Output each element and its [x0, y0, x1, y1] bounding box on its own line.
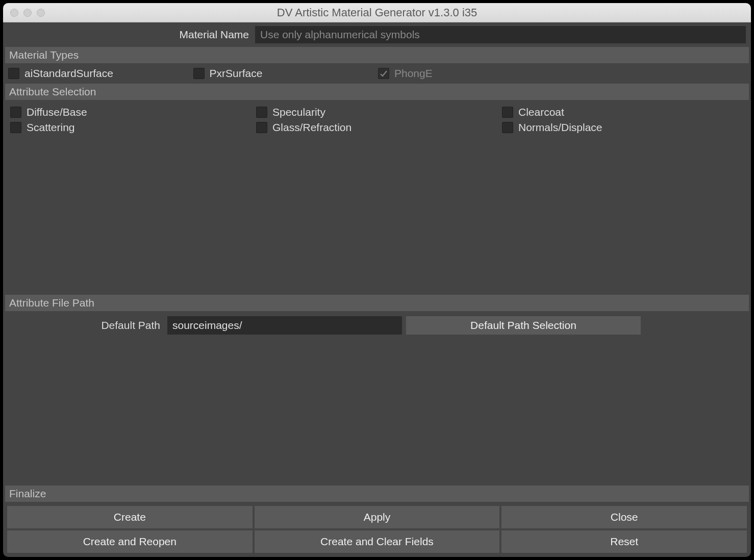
- app-window: DV Artistic Material Generator v1.3.0 i3…: [3, 3, 751, 557]
- spacer: [5, 340, 749, 483]
- material-name-input[interactable]: [255, 26, 746, 43]
- checkbox-box[interactable]: [502, 107, 513, 118]
- checkbox-normals-displace[interactable]: Normals/Displace: [502, 121, 744, 134]
- checkbox-box: [378, 68, 389, 79]
- material-types-row: aiStandardSurface PxrSurface PhongE: [5, 65, 749, 82]
- checkbox-clearcoat[interactable]: Clearcoat: [502, 106, 744, 118]
- section-attribute-selection: Attribute Selection: [5, 84, 749, 100]
- finalize-button-grid: Create Apply Close Create and Reopen Cre…: [5, 504, 749, 555]
- create-button[interactable]: Create: [7, 506, 253, 528]
- close-button[interactable]: Close: [501, 506, 747, 528]
- material-name-row: Material Name: [5, 24, 749, 45]
- default-path-row: Default Path Default Path Selection: [5, 313, 749, 338]
- checkbox-box[interactable]: [10, 107, 21, 118]
- checkbox-specularity[interactable]: Specularity: [256, 106, 498, 118]
- checkbox-diffuse-base[interactable]: Diffuse/Base: [10, 106, 252, 118]
- reset-button[interactable]: Reset: [501, 530, 747, 553]
- checkbox-label: Clearcoat: [518, 106, 564, 118]
- section-attribute-file-path: Attribute File Path: [5, 295, 749, 311]
- window-zoom-dot[interactable]: [37, 9, 45, 17]
- checkbox-box[interactable]: [502, 122, 513, 133]
- checkbox-scattering[interactable]: Scattering: [10, 121, 252, 134]
- checkbox-box[interactable]: [10, 122, 21, 133]
- titlebar: DV Artistic Material Generator v1.3.0 i3…: [3, 3, 751, 22]
- checkbox-label: PxrSurface: [210, 67, 263, 80]
- spacer: [5, 140, 749, 293]
- window-minimize-dot[interactable]: [23, 9, 32, 17]
- default-path-selection-button[interactable]: Default Path Selection: [406, 316, 641, 335]
- checkbox-box[interactable]: [256, 107, 267, 118]
- window-close-dot[interactable]: [10, 9, 18, 17]
- checkbox-label: Scattering: [27, 121, 75, 134]
- default-path-input[interactable]: [167, 316, 402, 335]
- checkbox-box[interactable]: [8, 68, 19, 79]
- checkbox-label: aiStandardSurface: [24, 67, 113, 80]
- checkbox-label: Specularity: [272, 106, 325, 118]
- default-path-label: Default Path: [10, 319, 163, 332]
- checkbox-pxrsurface[interactable]: PxrSurface: [193, 67, 376, 80]
- attribute-grid: Diffuse/Base Specularity Clearcoat Scatt…: [5, 102, 749, 138]
- checkbox-phonge: PhongE: [378, 67, 561, 80]
- checkbox-label: PhongE: [394, 67, 433, 80]
- checkbox-box[interactable]: [256, 122, 267, 133]
- material-name-label: Material Name: [8, 29, 252, 41]
- apply-button[interactable]: Apply: [255, 506, 500, 528]
- create-and-clear-fields-button[interactable]: Create and Clear Fields: [255, 530, 500, 553]
- create-and-reopen-button[interactable]: Create and Reopen: [7, 530, 253, 553]
- section-finalize: Finalize: [5, 486, 749, 502]
- checkbox-label: Normals/Displace: [518, 121, 602, 134]
- checkbox-box[interactable]: [193, 68, 205, 79]
- checkbox-glass-refraction[interactable]: Glass/Refraction: [256, 121, 498, 134]
- window-title: DV Artistic Material Generator v1.3.0 i3…: [3, 6, 751, 19]
- window-body: Material Name Material Types aiStandardS…: [3, 22, 751, 557]
- checkbox-label: Glass/Refraction: [272, 121, 351, 134]
- checkbox-aistandardsurface[interactable]: aiStandardSurface: [8, 67, 191, 80]
- section-material-types: Material Types: [5, 47, 749, 63]
- checkbox-label: Diffuse/Base: [27, 106, 87, 118]
- window-controls: [10, 9, 45, 17]
